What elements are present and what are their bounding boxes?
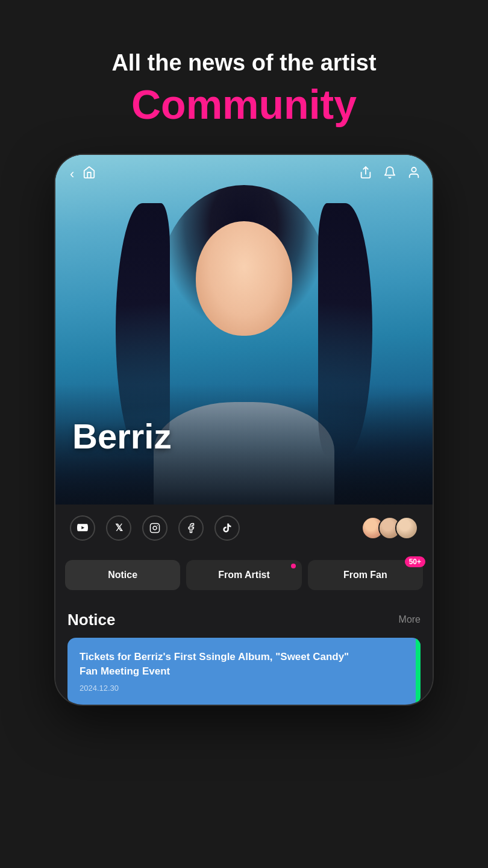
- svg-point-1: [411, 168, 416, 172]
- instagram-icon[interactable]: [142, 515, 167, 541]
- notice-card-text: Tickets for Berriz's First Ssingle Album…: [80, 650, 359, 679]
- notice-header: Notice More: [67, 611, 421, 629]
- facebook-icon[interactable]: [178, 515, 204, 541]
- tiktok-icon[interactable]: [214, 515, 240, 541]
- notice-section: Notice More Tickets for Berriz's First S…: [55, 599, 433, 705]
- home-icon[interactable]: [83, 166, 96, 182]
- phone-header: ‹: [55, 155, 434, 190]
- svg-rect-2: [151, 523, 160, 532]
- tab-from-fan[interactable]: From Fan 50+: [308, 560, 423, 590]
- notice-card[interactable]: Tickets for Berriz's First Ssingle Album…: [67, 638, 421, 705]
- x-twitter-icon[interactable]: 𝕏: [106, 515, 131, 541]
- social-icons-list: 𝕏: [70, 515, 240, 541]
- tab-navigation: Notice From Artist From Fan 50+: [55, 552, 433, 599]
- hero-subtitle: All the news of the artist: [111, 48, 376, 78]
- phone-mockup: ‹: [54, 154, 434, 706]
- social-row: 𝕏: [55, 505, 433, 552]
- share-icon[interactable]: [359, 166, 372, 183]
- header-left: ‹: [70, 166, 96, 182]
- tab-from-artist[interactable]: From Artist: [186, 560, 301, 590]
- tab-badge-fan: 50+: [405, 556, 425, 567]
- artist-banner: Berriz: [55, 155, 433, 505]
- tab-dot-artist: [291, 564, 296, 568]
- notice-card-accent-bar: [416, 638, 421, 705]
- notice-card-date: 2024.12.30: [80, 684, 408, 693]
- fan-avatar-3: [395, 517, 418, 539]
- fan-avatars: [361, 517, 418, 539]
- bell-icon[interactable]: [383, 166, 396, 183]
- header-right: [359, 166, 421, 183]
- notice-section-title: Notice: [67, 611, 115, 629]
- user-icon[interactable]: [407, 166, 421, 183]
- youtube-icon[interactable]: [70, 515, 95, 541]
- notice-more-button[interactable]: More: [399, 614, 421, 625]
- hero-section: All the news of the artist Community: [111, 48, 376, 130]
- hero-title: Community: [111, 80, 376, 130]
- artist-name: Berriz: [72, 416, 171, 456]
- back-icon[interactable]: ‹: [70, 166, 74, 182]
- tab-notice[interactable]: Notice: [65, 560, 180, 590]
